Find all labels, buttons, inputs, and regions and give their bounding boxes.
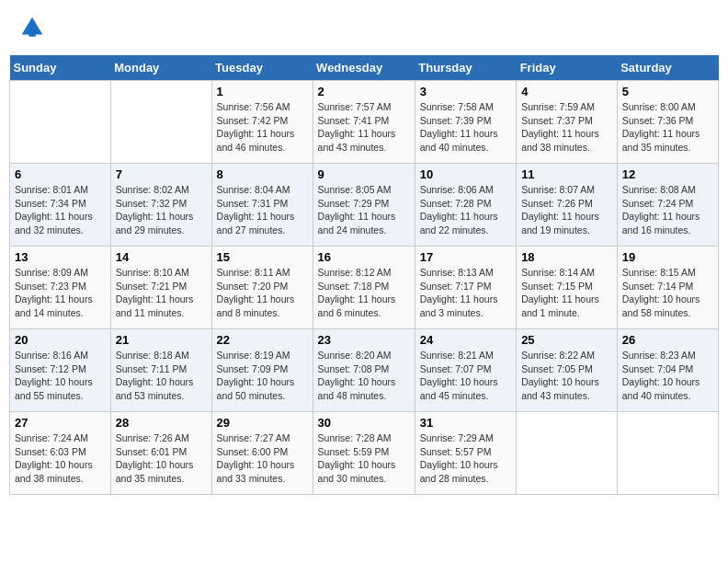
calendar-cell: 23Sunrise: 8:20 AM Sunset: 7:08 PM Dayli…: [313, 329, 415, 412]
weekday-header: Friday: [517, 55, 618, 81]
day-info: Sunrise: 8:00 AM Sunset: 7:36 PM Dayligh…: [622, 100, 713, 155]
calendar-cell: 31Sunrise: 7:29 AM Sunset: 5:57 PM Dayli…: [415, 412, 516, 495]
day-number: 12: [622, 167, 713, 181]
day-number: 4: [521, 85, 612, 98]
calendar-cell: 27Sunrise: 7:24 AM Sunset: 6:03 PM Dayli…: [10, 412, 111, 495]
calendar-cell: 30Sunrise: 7:28 AM Sunset: 5:59 PM Dayli…: [313, 412, 415, 495]
day-info: Sunrise: 7:58 AM Sunset: 7:39 PM Dayligh…: [420, 100, 511, 155]
calendar-cell: 10Sunrise: 8:06 AM Sunset: 7:28 PM Dayli…: [415, 164, 516, 247]
day-info: Sunrise: 8:07 AM Sunset: 7:26 PM Dayligh…: [521, 183, 612, 237]
calendar-cell: 5Sunrise: 8:00 AM Sunset: 7:36 PM Daylig…: [617, 81, 718, 164]
weekday-header: Saturday: [617, 55, 718, 81]
svg-rect-1: [28, 33, 36, 37]
calendar-week-row: 13Sunrise: 8:09 AM Sunset: 7:23 PM Dayli…: [10, 247, 719, 329]
weekday-header: Tuesday: [211, 55, 313, 81]
day-info: Sunrise: 7:24 AM Sunset: 6:03 PM Dayligh…: [15, 431, 106, 486]
calendar-cell: 14Sunrise: 8:10 AM Sunset: 7:21 PM Dayli…: [110, 247, 211, 329]
day-number: 19: [622, 250, 713, 264]
day-info: Sunrise: 8:13 AM Sunset: 7:17 PM Dayligh…: [420, 266, 511, 320]
day-number: 16: [318, 250, 410, 264]
day-number: 31: [420, 416, 511, 430]
calendar-cell: 2Sunrise: 7:57 AM Sunset: 7:41 PM Daylig…: [313, 81, 415, 164]
day-number: 21: [116, 333, 207, 347]
day-number: 5: [622, 85, 713, 98]
day-info: Sunrise: 7:56 AM Sunset: 7:42 PM Dayligh…: [217, 100, 308, 155]
day-info: Sunrise: 8:10 AM Sunset: 7:21 PM Dayligh…: [116, 266, 207, 320]
day-number: 1: [217, 85, 308, 98]
calendar-cell: 12Sunrise: 8:08 AM Sunset: 7:24 PM Dayli…: [617, 164, 718, 247]
weekday-header: Wednesday: [313, 55, 415, 81]
day-info: Sunrise: 8:04 AM Sunset: 7:31 PM Dayligh…: [217, 183, 308, 237]
calendar-week-row: 20Sunrise: 8:16 AM Sunset: 7:12 PM Dayli…: [10, 329, 719, 412]
day-info: Sunrise: 7:27 AM Sunset: 6:00 PM Dayligh…: [217, 431, 308, 486]
calendar-cell: 20Sunrise: 8:16 AM Sunset: 7:12 PM Dayli…: [10, 329, 111, 412]
weekday-header: Thursday: [415, 55, 516, 81]
calendar-cell: 18Sunrise: 8:14 AM Sunset: 7:15 PM Dayli…: [517, 247, 618, 329]
day-info: Sunrise: 7:28 AM Sunset: 5:59 PM Dayligh…: [318, 431, 410, 486]
calendar-table: SundayMondayTuesdayWednesdayThursdayFrid…: [9, 55, 719, 495]
calendar-week-row: 1Sunrise: 7:56 AM Sunset: 7:42 PM Daylig…: [10, 81, 719, 164]
day-info: Sunrise: 8:21 AM Sunset: 7:07 PM Dayligh…: [420, 349, 511, 403]
day-info: Sunrise: 7:57 AM Sunset: 7:41 PM Dayligh…: [318, 100, 410, 155]
calendar-cell: 24Sunrise: 8:21 AM Sunset: 7:07 PM Dayli…: [415, 329, 516, 412]
calendar-cell: 8Sunrise: 8:04 AM Sunset: 7:31 PM Daylig…: [211, 164, 313, 247]
logo-icon: [18, 14, 46, 41]
day-info: Sunrise: 7:26 AM Sunset: 6:01 PM Dayligh…: [116, 431, 207, 486]
calendar-cell: 26Sunrise: 8:23 AM Sunset: 7:04 PM Dayli…: [617, 329, 718, 412]
day-info: Sunrise: 8:09 AM Sunset: 7:23 PM Dayligh…: [15, 266, 106, 320]
day-number: 13: [15, 250, 106, 264]
day-number: 24: [420, 333, 511, 347]
logo: [18, 14, 51, 41]
day-number: 29: [217, 416, 308, 430]
calendar-cell: [517, 412, 618, 495]
day-number: 22: [217, 333, 308, 347]
calendar-cell: 3Sunrise: 7:58 AM Sunset: 7:39 PM Daylig…: [415, 81, 516, 164]
calendar-cell: 17Sunrise: 8:13 AM Sunset: 7:17 PM Dayli…: [415, 247, 516, 329]
calendar-cell: 22Sunrise: 8:19 AM Sunset: 7:09 PM Dayli…: [211, 329, 313, 412]
day-info: Sunrise: 8:18 AM Sunset: 7:11 PM Dayligh…: [116, 349, 207, 403]
day-number: 17: [420, 250, 511, 264]
calendar-cell: 21Sunrise: 8:18 AM Sunset: 7:11 PM Dayli…: [110, 329, 211, 412]
calendar-cell: 25Sunrise: 8:22 AM Sunset: 7:05 PM Dayli…: [517, 329, 618, 412]
day-number: 3: [420, 85, 511, 98]
calendar-cell: 4Sunrise: 7:59 AM Sunset: 7:37 PM Daylig…: [517, 81, 618, 164]
calendar-cell: 6Sunrise: 8:01 AM Sunset: 7:34 PM Daylig…: [10, 164, 111, 247]
calendar-cell: [10, 81, 111, 164]
day-info: Sunrise: 8:02 AM Sunset: 7:32 PM Dayligh…: [116, 183, 207, 237]
day-info: Sunrise: 7:59 AM Sunset: 7:37 PM Dayligh…: [521, 100, 612, 155]
day-number: 26: [622, 333, 713, 347]
day-info: Sunrise: 8:05 AM Sunset: 7:29 PM Dayligh…: [318, 183, 410, 237]
calendar-cell: 1Sunrise: 7:56 AM Sunset: 7:42 PM Daylig…: [211, 81, 313, 164]
day-info: Sunrise: 7:29 AM Sunset: 5:57 PM Dayligh…: [420, 431, 511, 486]
day-info: Sunrise: 8:15 AM Sunset: 7:14 PM Dayligh…: [622, 266, 713, 320]
calendar-cell: 15Sunrise: 8:11 AM Sunset: 7:20 PM Dayli…: [211, 247, 313, 329]
calendar-cell: [617, 412, 718, 495]
day-number: 6: [15, 167, 106, 181]
weekday-header: Sunday: [10, 55, 111, 81]
day-number: 2: [318, 85, 410, 98]
day-number: 25: [521, 333, 612, 347]
calendar-cell: 28Sunrise: 7:26 AM Sunset: 6:01 PM Dayli…: [110, 412, 211, 495]
day-info: Sunrise: 8:20 AM Sunset: 7:08 PM Dayligh…: [318, 349, 410, 403]
calendar-cell: 13Sunrise: 8:09 AM Sunset: 7:23 PM Dayli…: [10, 247, 111, 329]
page-header: [9, 9, 719, 46]
day-info: Sunrise: 8:16 AM Sunset: 7:12 PM Dayligh…: [15, 349, 106, 403]
day-number: 7: [116, 167, 207, 181]
day-number: 9: [318, 167, 410, 181]
day-number: 27: [15, 416, 106, 430]
calendar-week-row: 27Sunrise: 7:24 AM Sunset: 6:03 PM Dayli…: [10, 412, 719, 495]
day-info: Sunrise: 8:12 AM Sunset: 7:18 PM Dayligh…: [318, 266, 410, 320]
calendar-cell: 11Sunrise: 8:07 AM Sunset: 7:26 PM Dayli…: [517, 164, 618, 247]
day-number: 8: [217, 167, 308, 181]
calendar-cell: 7Sunrise: 8:02 AM Sunset: 7:32 PM Daylig…: [110, 164, 211, 247]
day-info: Sunrise: 8:22 AM Sunset: 7:05 PM Dayligh…: [521, 349, 612, 403]
weekday-header-row: SundayMondayTuesdayWednesdayThursdayFrid…: [10, 55, 719, 81]
day-number: 15: [217, 250, 308, 264]
day-number: 20: [15, 333, 106, 347]
weekday-header: Monday: [110, 55, 211, 81]
calendar-cell: 29Sunrise: 7:27 AM Sunset: 6:00 PM Dayli…: [211, 412, 313, 495]
day-number: 14: [116, 250, 207, 264]
day-info: Sunrise: 8:23 AM Sunset: 7:04 PM Dayligh…: [622, 349, 713, 403]
day-info: Sunrise: 8:06 AM Sunset: 7:28 PM Dayligh…: [420, 183, 511, 237]
day-number: 28: [116, 416, 207, 430]
